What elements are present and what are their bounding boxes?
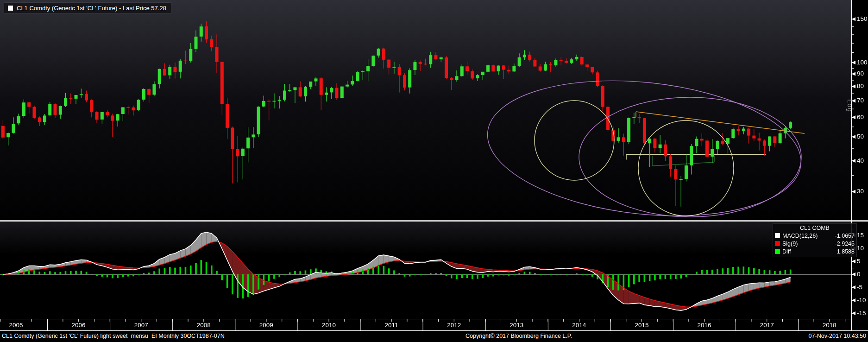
- legend-value: 1.8588: [837, 248, 855, 255]
- legend-swatch-icon: [775, 241, 780, 246]
- legend-swatch-icon: [775, 249, 780, 254]
- macd-legend[interactable]: CL1 COMB MACD(12,26)-1.0657Sig(9)-2.9245…: [773, 223, 857, 257]
- macd-legend-item[interactable]: MACD(12,26)-1.0657: [775, 232, 855, 240]
- macd-legend-item[interactable]: Diff1.8588: [775, 247, 855, 255]
- footer-contract-info: CL1 Comdty (Generic 1st 'CL' Future) lig…: [2, 333, 225, 339]
- log-scale-label[interactable]: Log: [846, 99, 854, 112]
- legend-value: -1.0657: [835, 233, 855, 239]
- series-marker-icon: [8, 6, 13, 11]
- macd-legend-rows: MACD(12,26)-1.0657Sig(9)-2.9245Diff1.858…: [775, 232, 855, 255]
- legend-value: -2.9245: [835, 241, 855, 247]
- legend-label: Sig(9): [782, 241, 835, 247]
- footer-copyright: Copyright© 2017 Bloomberg Finance L.P.: [389, 333, 648, 339]
- price-chart-canvas[interactable]: [0, 0, 868, 342]
- macd-legend-title: CL1 COMB: [775, 225, 855, 231]
- chart-title: CL1 Comdty (Generic 1st 'CL' Future) - L…: [17, 5, 166, 12]
- legend-swatch-icon: [775, 233, 780, 238]
- footer-timestamp: 07-Nov-2017 10:43:50: [809, 333, 866, 339]
- bloomberg-chart-window: CL1 Comdty (Generic 1st 'CL' Future) - L…: [0, 0, 868, 342]
- legend-label: MACD(12,26): [782, 233, 835, 239]
- chart-title-box: CL1 Comdty (Generic 1st 'CL' Future) - L…: [4, 2, 171, 13]
- macd-legend-item[interactable]: Sig(9)-2.9245: [775, 240, 855, 247]
- legend-label: Diff: [782, 248, 837, 255]
- status-bar: CL1 Comdty (Generic 1st 'CL' Future) lig…: [0, 331, 868, 342]
